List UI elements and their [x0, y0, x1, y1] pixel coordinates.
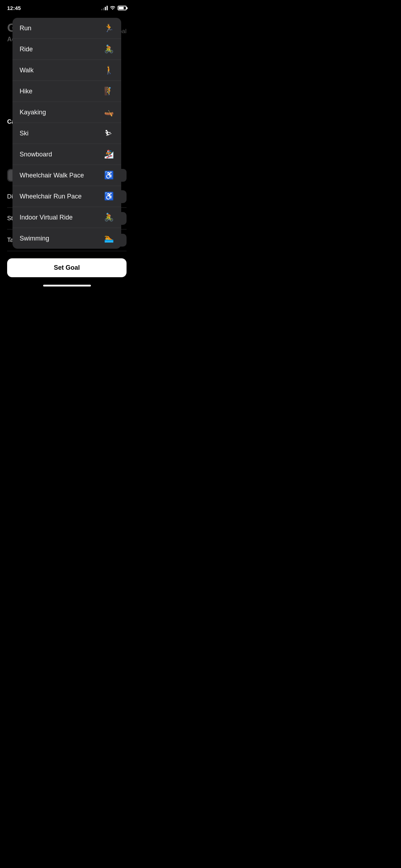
- dropdown-item-ride[interactable]: Ride 🚴: [12, 39, 121, 60]
- dropdown-item-icon-kayaking: 🛶: [103, 108, 114, 117]
- dropdown-item-icon-hike: 🧗: [103, 87, 114, 96]
- dropdown-item-run[interactable]: Run 🏃: [12, 18, 121, 39]
- dropdown-item-label-swimming: Swimming: [20, 235, 49, 242]
- dropdown-item-hike[interactable]: Hike 🧗: [12, 81, 121, 102]
- battery-icon: [118, 6, 127, 10]
- dropdown-item-icon-snowboard: 🏂: [103, 150, 114, 159]
- wifi-icon: [110, 5, 115, 11]
- dropdown-item-label-wheelchair-run: Wheelchair Run Pace: [20, 193, 82, 200]
- dropdown-item-icon-swimming: 🏊: [103, 234, 114, 243]
- dropdown-item-label-kayaking: Kayaking: [20, 109, 46, 116]
- dropdown-item-icon-ski: ⛷: [103, 129, 114, 138]
- activity-dropdown[interactable]: Run 🏃 Ride 🚴 Walk 🚶 Hike 🧗 Kayaking 🛶 Sk…: [12, 18, 121, 249]
- dropdown-item-label-wheelchair-walk: Wheelchair Walk Pace: [20, 172, 84, 179]
- dropdown-item-snowboard[interactable]: Snowboard 🏂: [12, 144, 121, 165]
- dropdown-item-icon-ride: 🚴: [103, 45, 114, 54]
- dropdown-item-indoor-virtual-ride[interactable]: Indoor Virtual Ride 🚴: [12, 207, 121, 228]
- dropdown-item-label-snowboard: Snowboard: [20, 151, 52, 158]
- dropdown-item-label-walk: Walk: [20, 67, 34, 74]
- dropdown-item-icon-walk: 🚶: [103, 66, 114, 75]
- status-right-icons: [101, 5, 127, 11]
- dropdown-item-kayaking[interactable]: Kayaking 🛶: [12, 102, 121, 123]
- status-bar: 12:45: [0, 0, 134, 14]
- dropdown-item-icon-wheelchair-walk: ♿: [103, 171, 114, 180]
- dropdown-item-wheelchair-run[interactable]: Wheelchair Run Pace ♿: [12, 186, 121, 207]
- dropdown-item-walk[interactable]: Walk 🚶: [12, 60, 121, 81]
- home-indicator: [43, 285, 91, 286]
- dropdown-item-icon-wheelchair-run: ♿: [103, 192, 114, 201]
- dropdown-item-swimming[interactable]: Swimming 🏊: [12, 228, 121, 249]
- set-goal-button[interactable]: Set Goal: [7, 258, 127, 277]
- dropdown-item-label-run: Run: [20, 25, 31, 32]
- dropdown-item-icon-indoor-virtual-ride: 🚴: [103, 213, 114, 222]
- dropdown-item-label-hike: Hike: [20, 88, 32, 95]
- signal-icon: [101, 6, 108, 10]
- dropdown-item-icon-run: 🏃: [103, 24, 114, 33]
- dropdown-item-label-ride: Ride: [20, 46, 33, 53]
- time-display: 12:45: [7, 5, 21, 11]
- dropdown-item-ski[interactable]: Ski ⛷: [12, 123, 121, 144]
- dropdown-item-label-ski: Ski: [20, 130, 29, 137]
- dropdown-item-wheelchair-walk[interactable]: Wheelchair Walk Pace ♿: [12, 165, 121, 186]
- dropdown-item-label-indoor-virtual-ride: Indoor Virtual Ride: [20, 214, 73, 221]
